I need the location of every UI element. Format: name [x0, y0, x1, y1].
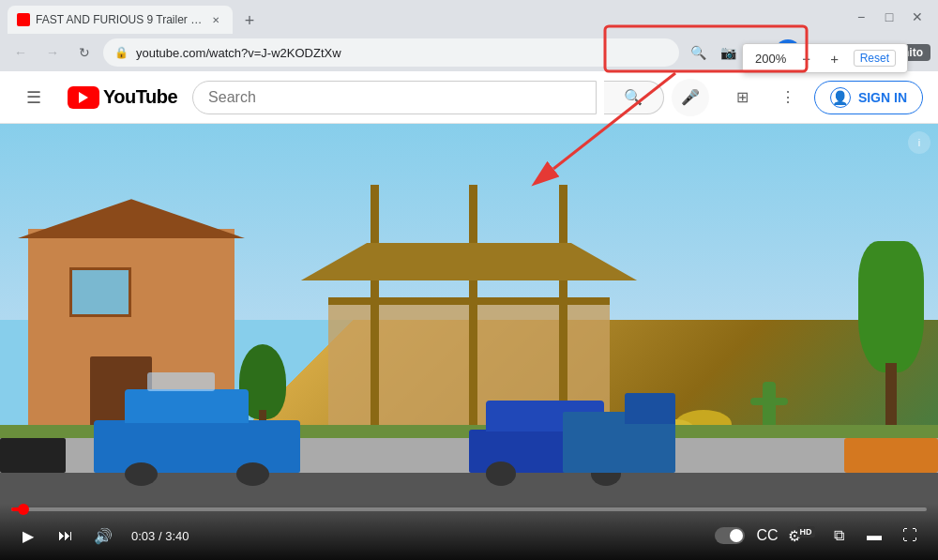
scene — [0, 124, 938, 560]
car-nissan-wheel-left — [486, 462, 516, 486]
more-icon: ⋮ — [780, 88, 795, 106]
controls-right: CC ⚙ HD ⧉ ▬ — [711, 519, 927, 552]
car-blue — [94, 420, 300, 473]
yt-menu-button[interactable]: ☰ — [15, 79, 53, 116]
progress-thumb — [18, 504, 29, 515]
time-display: 0:03 / 3:40 — [131, 529, 189, 543]
mic-button[interactable]: 🎤 — [672, 79, 709, 116]
hd-badge: HD — [797, 526, 815, 537]
browser-tab[interactable]: FAST AND FURIOUS 9 Trailer 2 (N... ✕ — [8, 6, 233, 34]
info-button[interactable]: i — [908, 131, 930, 154]
search-input[interactable] — [192, 81, 597, 114]
fullscreen-button[interactable]: ⛶ — [893, 519, 927, 552]
progress-bar[interactable] — [11, 507, 927, 511]
car-blue-top — [125, 389, 249, 423]
tree-2-top — [858, 241, 924, 372]
browser-window: FAST AND FURIOUS 9 Trailer 2 (N... ✕ + −… — [0, 0, 938, 560]
settings-button[interactable]: ⚙ HD — [786, 519, 820, 552]
car-blue-wheel-left — [125, 462, 158, 486]
truck — [563, 412, 675, 473]
sign-in-button[interactable]: 👤 SIGN IN — [814, 81, 923, 114]
no-camera-icon[interactable]: 📷 — [715, 39, 741, 66]
maximize-button[interactable]: □ — [876, 8, 902, 26]
sign-in-person-icon: 👤 — [830, 87, 851, 108]
zoom-reset-button[interactable]: Reset — [854, 50, 896, 67]
progress-fill — [11, 507, 23, 511]
yt-logo-text: YouTube — [103, 86, 177, 108]
skip-next-button[interactable]: ⏭ — [49, 519, 83, 552]
back-button[interactable]: ← — [8, 39, 34, 66]
zoom-popup-inner: 200% − + Reset — [742, 43, 908, 73]
url-bar[interactable]: 🔒 youtube.com/watch?v=J-w2KODZtXw — [103, 38, 679, 67]
volume-button[interactable]: 🔊 — [86, 519, 120, 552]
close-button[interactable]: ✕ — [904, 8, 930, 26]
truck-cab — [625, 393, 675, 424]
car-orange — [844, 438, 938, 473]
house-left-window — [69, 267, 131, 316]
video-background — [0, 124, 938, 560]
miniplayer-button[interactable]: ⧉ — [822, 519, 855, 552]
bf-beam-v3 — [559, 185, 567, 425]
building-frame — [328, 185, 610, 425]
video-container[interactable]: i ▶ ⏭ — [0, 124, 938, 560]
cc-icon: CC — [756, 527, 778, 544]
zoom-decrease-button[interactable]: − — [797, 52, 816, 66]
search-icon: 🔍 — [624, 88, 643, 106]
car-blue-window — [147, 372, 216, 391]
grid-icon-button[interactable]: ⊞ — [724, 79, 762, 116]
play-button[interactable]: ▶ — [11, 519, 45, 552]
yt-logo[interactable]: YouTube — [68, 86, 177, 109]
theater-button[interactable]: ▬ — [857, 519, 891, 552]
play-icon: ▶ — [23, 527, 34, 545]
reload-button[interactable]: ↻ — [71, 39, 98, 66]
tab-close-button[interactable]: ✕ — [208, 12, 223, 27]
tab-area: FAST AND FURIOUS 9 Trailer 2 (N... ✕ + — [8, 0, 840, 34]
autoplay-toggle[interactable] — [715, 527, 745, 544]
youtube-app: ☰ YouTube 🔍 🎤 ⊞ — [0, 71, 938, 560]
yt-search-wrap: 🔍 🎤 — [192, 79, 709, 116]
yt-logo-icon — [68, 86, 99, 109]
forward-button[interactable]: → — [39, 39, 66, 66]
grid-icon: ⊞ — [736, 88, 749, 106]
volume-icon: 🔊 — [94, 527, 113, 545]
search-icon[interactable]: 🔍 — [685, 39, 711, 66]
yt-header-right: ⊞ ⋮ 👤 SIGN IN — [724, 79, 923, 116]
cc-button[interactable]: CC — [750, 519, 784, 552]
car-blue-wheel-right — [236, 462, 269, 486]
title-bar: FAST AND FURIOUS 9 Trailer 2 (N... ✕ + −… — [0, 0, 938, 34]
chrome-frame: FAST AND FURIOUS 9 Trailer 2 (N... ✕ + −… — [0, 0, 938, 560]
bf-roof — [300, 185, 638, 280]
controls-row: ▶ ⏭ 🔊 0:03 / 3:40 — [11, 519, 927, 552]
zoom-value: 200% — [754, 52, 788, 66]
video-controls: ▶ ⏭ 🔊 0:03 / 3:40 — [0, 504, 938, 560]
url-text: youtube.com/watch?v=J-w2KODZtXw — [136, 46, 668, 60]
autoplay-knob — [730, 529, 743, 542]
window-controls: − □ ✕ — [848, 8, 930, 26]
bf-beam-h1 — [328, 297, 610, 305]
minimize-button[interactable]: − — [848, 8, 874, 26]
tab-title: FAST AND FURIOUS 9 Trailer 2 (N... — [36, 13, 203, 26]
miniplayer-icon: ⧉ — [834, 527, 844, 544]
theater-icon: ▬ — [867, 527, 882, 544]
bf-beam-v1 — [371, 185, 379, 425]
yt-header: ☰ YouTube 🔍 🎤 ⊞ — [0, 71, 938, 124]
car-black — [0, 438, 66, 473]
mic-icon: 🎤 — [681, 88, 700, 106]
tab-favicon — [17, 13, 30, 26]
more-options-button[interactable]: ⋮ — [769, 79, 807, 116]
fullscreen-icon: ⛶ — [902, 527, 917, 544]
zoom-increase-button[interactable]: + — [825, 52, 844, 66]
zoom-popup: 200% − + Reset — [742, 43, 908, 73]
search-button[interactable]: 🔍 — [604, 81, 664, 114]
skip-next-icon: ⏭ — [58, 527, 73, 544]
new-tab-button[interactable]: + — [236, 8, 263, 34]
